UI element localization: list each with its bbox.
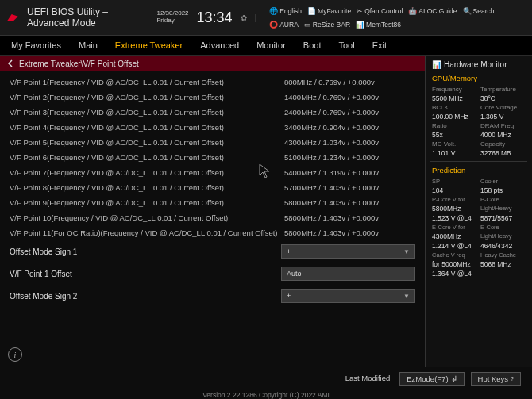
row-value: 5400MHz / 1.319v / +0.000v <box>284 168 415 177</box>
quick-search[interactable]: 🔍Search <box>463 7 495 15</box>
hw-cell: Temperature <box>480 86 526 93</box>
pred-cell: Cache V req <box>432 251 477 259</box>
form-field[interactable]: +▼ <box>281 244 415 259</box>
row-label: V/F Point 2(Frequency / VID @ AC/DC_LL 0… <box>10 93 284 102</box>
settings-list: V/F Point 1(Frequency / VID @ AC/DC_LL 0… <box>0 71 425 369</box>
tab-my-favorites[interactable]: My Favorites <box>8 37 64 53</box>
vf-point-row[interactable]: V/F Point 8(Frequency / VID @ AC/DC_LL 0… <box>8 180 417 195</box>
hw-cell: DRAM Freq. <box>480 122 526 129</box>
row-value: 5800MHz / 1.403v / +0.000v <box>284 213 415 222</box>
form-field[interactable]: +▼ <box>281 289 415 303</box>
quick-links: 🌐English📄MyFavorite✂Qfan Control🤖AI OC G… <box>269 7 526 29</box>
hw-monitor-title: 📊 Hardware Monitor <box>432 60 526 69</box>
pred-cell: 158 pts <box>480 186 526 194</box>
last-modified-button[interactable]: Last Modified <box>342 372 394 386</box>
quick-resize-bar[interactable]: ▭ReSize BAR <box>304 21 350 29</box>
row-label: V/F Point 6(Frequency / VID @ AC/DC_LL 0… <box>10 153 284 162</box>
quick-qfan-control[interactable]: ✂Qfan Control <box>357 7 403 15</box>
hotkeys-button[interactable]: Hot Keys? <box>471 372 521 386</box>
chevron-down-icon: ▼ <box>403 293 410 300</box>
row-value: 3400MHz / 0.904v / +0.000v <box>284 123 415 132</box>
vf-point-row[interactable]: V/F Point 9(Frequency / VID @ AC/DC_LL 0… <box>8 195 417 210</box>
hw-cell: Capacity <box>480 140 526 148</box>
tab-boot[interactable]: Boot <box>300 37 325 53</box>
pred-cell: for 5000MHz <box>432 260 477 268</box>
row-label: V/F Point 1(Frequency / VID @ AC/DC_LL 0… <box>10 78 284 86</box>
vf-point-row[interactable]: V/F Point 11(For OC Ratio)(Frequency / V… <box>8 225 417 240</box>
hw-cell: 4000 MHz <box>480 131 526 139</box>
row-value: 5700MHz / 1.403v / +0.000v <box>284 183 415 192</box>
vf-point-row[interactable]: V/F Point 4(Frequency / VID @ AC/DC_LL 0… <box>8 120 417 135</box>
quick-memtest86[interactable]: 📊MemTest86 <box>356 21 401 29</box>
cpu-memory-section: CPU/Memory <box>432 74 526 82</box>
breadcrumb[interactable]: Extreme Tweaker\V/F Point Offset <box>0 56 425 71</box>
pred-cell: 1.214 V @L4 <box>432 242 477 250</box>
hw-cell: MC Volt. <box>432 140 477 148</box>
pred-cell: Cooler <box>480 178 526 185</box>
pred-cell: 1.364 V @L4 <box>432 270 477 278</box>
quick-english[interactable]: 🌐English <box>269 7 302 15</box>
pred-cell: Light/Heavy <box>480 232 526 240</box>
copyright: Version 2.22.1286 Copyright (C) 2022 AMI <box>0 390 532 399</box>
form-field[interactable]: Auto <box>281 267 415 281</box>
vf-point-row[interactable]: V/F Point 10(Frequency / VID @ AC/DC_LL … <box>8 210 417 225</box>
pred-cell: 5800MHz <box>432 205 477 213</box>
hw-cell: 32768 MB <box>480 149 526 157</box>
rog-logo <box>6 13 19 22</box>
hw-cell: 1.305 V <box>480 113 526 121</box>
row-label: V/F Point 3(Frequency / VID @ AC/DC_LL 0… <box>10 108 284 117</box>
prediction-section: Prediction <box>432 166 526 175</box>
hw-cell: Ratio <box>432 122 477 129</box>
hw-cell: 38°C <box>480 94 526 102</box>
tab-advanced[interactable]: Advanced <box>197 37 242 53</box>
row-label: V/F Point 7(Frequency / VID @ AC/DC_LL 0… <box>10 168 284 177</box>
quick-ai-oc-guide[interactable]: 🤖AI OC Guide <box>408 7 457 15</box>
info-icon[interactable]: i <box>8 347 22 362</box>
vf-point-row[interactable]: V/F Point 1(Frequency / VID @ AC/DC_LL 0… <box>8 75 417 90</box>
bios-title: UEFI BIOS Utility – Advanced Mode <box>27 6 134 29</box>
pred-cell: E-Core V for <box>432 224 477 231</box>
vf-point-row[interactable]: V/F Point 7(Frequency / VID @ AC/DC_LL 0… <box>8 165 417 180</box>
row-value: 800MHz / 0.769v / +0.000v <box>284 78 415 86</box>
back-icon[interactable] <box>6 59 14 67</box>
tab-tool[interactable]: Tool <box>335 37 357 53</box>
quick-myfavorite[interactable]: 📄MyFavorite <box>307 7 351 15</box>
hw-cell: 1.101 V <box>432 149 477 157</box>
hw-cell: 100.00 MHz <box>432 113 477 121</box>
tab-extreme-tweaker[interactable]: Extreme Tweaker <box>112 37 186 53</box>
row-value: 1400MHz / 0.769v / +0.000v <box>284 93 415 102</box>
tab-main[interactable]: Main <box>75 37 101 53</box>
vf-point-row[interactable]: V/F Point 5(Frequency / VID @ AC/DC_LL 0… <box>8 135 417 150</box>
row-value: 5100MHz / 1.234v / +0.000v <box>284 153 415 162</box>
row-value: 2400MHz / 0.769v / +0.000v <box>284 108 415 117</box>
pred-cell: P-Core <box>480 196 526 203</box>
pred-cell: 104 <box>432 186 477 194</box>
row-label: V/F Point 5(Frequency / VID @ AC/DC_LL 0… <box>10 138 284 147</box>
tab-monitor[interactable]: Monitor <box>253 37 289 53</box>
quick-aura[interactable]: ⭕AURA <box>269 21 299 29</box>
form-row: Offset Mode Sign 1+▼ <box>8 240 417 263</box>
nav-tabs: My FavoritesMainExtreme TweakerAdvancedM… <box>0 36 532 56</box>
vf-point-row[interactable]: V/F Point 3(Frequency / VID @ AC/DC_LL 0… <box>8 105 417 120</box>
day-text: Friday <box>156 17 188 25</box>
ezmode-button[interactable]: EzMode(F7)↲ <box>399 372 464 386</box>
pred-cell: 4646/4342 <box>480 242 526 250</box>
form-label: V/F Point 1 Offset <box>10 270 281 278</box>
row-value: 5800MHz / 1.403v / +0.000v <box>284 198 415 207</box>
hw-cell: 55x <box>432 131 477 139</box>
form-row: Offset Mode Sign 2+▼ <box>8 285 417 307</box>
vf-point-row[interactable]: V/F Point 6(Frequency / VID @ AC/DC_LL 0… <box>8 150 417 165</box>
footer: Last Modified EzMode(F7)↲ Hot Keys? Vers… <box>0 367 532 399</box>
vf-point-row[interactable]: V/F Point 2(Frequency / VID @ AC/DC_LL 0… <box>8 90 417 105</box>
breadcrumb-text: Extreme Tweaker\V/F Point Offset <box>19 59 139 68</box>
tab-exit[interactable]: Exit <box>369 37 390 53</box>
row-value: 5800MHz / 1.403v / +0.000v <box>284 228 415 237</box>
row-value: 4300MHz / 1.034v / +0.000v <box>284 138 415 147</box>
hw-cell: BCLK <box>432 104 477 111</box>
pred-cell: 5871/5567 <box>480 214 526 222</box>
pred-cell: 5068 MHz <box>480 260 526 268</box>
form-row: V/F Point 1 OffsetAuto <box>8 263 417 285</box>
hw-cell: Frequency <box>432 86 477 93</box>
pred-cell: 4300MHz <box>432 232 477 240</box>
settings-icon[interactable]: ✿ <box>241 13 247 22</box>
